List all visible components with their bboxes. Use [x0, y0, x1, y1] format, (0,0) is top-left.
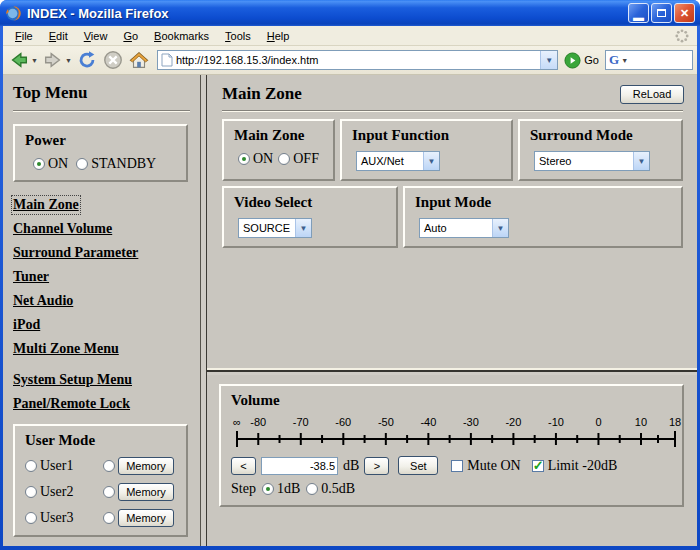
power-legend: Power [25, 132, 176, 149]
sidebar-link-ipod[interactable]: iPod [13, 317, 40, 333]
volume-scale-label: 18 [669, 416, 681, 428]
input-mode-select[interactable]: Auto ▼ [419, 218, 509, 238]
volume-up-button[interactable]: > [364, 457, 389, 475]
url-bar[interactable]: ▼ [157, 50, 558, 70]
home-button[interactable] [127, 47, 151, 73]
menu-view[interactable]: View [76, 28, 116, 44]
surround-mode-select[interactable]: Stereo ▼ [534, 151, 650, 171]
menu-help[interactable]: Help [259, 28, 298, 44]
power-standby-radio[interactable] [76, 158, 88, 170]
menu-go[interactable]: Go [115, 28, 146, 44]
sidebar-nav: Main Zone Channel Volume Surround Parame… [13, 197, 190, 412]
home-icon [128, 49, 150, 71]
frame-divider-horizontal[interactable] [207, 368, 697, 375]
volume-legend: Volume [231, 392, 672, 409]
forward-dropdown-caret[interactable]: ▼ [65, 57, 72, 64]
search-engine-caret[interactable]: ▼ [621, 57, 628, 64]
video-select-legend: Video Select [234, 194, 386, 211]
url-dropdown-button[interactable]: ▼ [540, 51, 557, 69]
search-input[interactable] [629, 54, 689, 66]
user2-label: User2 [40, 484, 73, 500]
user3-label: User3 [40, 510, 73, 526]
reload-button[interactable] [75, 47, 99, 73]
user3-memory-radio[interactable] [103, 512, 115, 524]
step-label: Step [231, 481, 256, 497]
volume-value-input[interactable] [261, 457, 338, 475]
user3-radio[interactable] [25, 512, 37, 524]
forward-button[interactable]: ▼ [41, 47, 73, 73]
power-standby-label: STANDBY [91, 156, 156, 172]
title-bar: INDEX - Mozilla Firefox ▬ ✕ [0, 0, 700, 26]
volume-frame: Volume ∞-80-70-60-50-40-30-20-1001018 < … [207, 375, 697, 546]
back-dropdown-caret[interactable]: ▼ [31, 57, 38, 64]
sidebar-link-multi-zone-menu[interactable]: Multi Zone Menu [13, 341, 119, 357]
surround-mode-value: Stereo [535, 155, 633, 167]
step-half-db-radio[interactable] [306, 483, 318, 495]
window-title: INDEX - Mozilla Firefox [27, 6, 628, 21]
sidebar-link-tuner[interactable]: Tuner [13, 269, 49, 285]
input-function-panel: Input Function AUX/Net ▼ [340, 119, 513, 181]
menu-bookmarks[interactable]: Bookmarks [146, 28, 217, 44]
menu-tools[interactable]: Tools [217, 28, 259, 44]
mute-checkbox[interactable] [451, 460, 463, 472]
volume-scale-label: ∞ [233, 416, 241, 428]
sidebar-link-main-zone[interactable]: Main Zone [13, 197, 79, 213]
volume-unit-label: dB [343, 458, 359, 474]
close-button[interactable]: ✕ [674, 3, 695, 23]
forward-icon [42, 49, 64, 71]
main-zone-on-radio[interactable] [238, 153, 250, 165]
video-select-value: SOURCE [239, 222, 295, 234]
power-on-radio[interactable] [33, 158, 45, 170]
surround-mode-panel: Surround Mode Stereo ▼ [518, 119, 683, 181]
minimize-button[interactable]: ▬ [628, 3, 649, 23]
maximize-button[interactable] [651, 3, 672, 23]
sidebar-link-panel-remote-lock[interactable]: Panel/Remote Lock [13, 396, 130, 412]
chevron-down-icon: ▼ [295, 219, 311, 237]
volume-scale-label: -20 [505, 416, 521, 428]
video-select-panel: Video Select SOURCE ▼ [222, 186, 398, 248]
user-mode-panel: User Mode User1 Memory User2 Memory [13, 424, 188, 537]
user1-memory-button[interactable]: Memory [118, 457, 174, 475]
main-zone-off-radio[interactable] [278, 153, 290, 165]
user2-memory-radio[interactable] [103, 486, 115, 498]
back-button[interactable]: ▼ [7, 47, 39, 73]
volume-down-button[interactable]: < [231, 457, 256, 475]
user2-memory-button[interactable]: Memory [118, 483, 174, 501]
menu-bar: File Edit View Go Bookmarks Tools Help [3, 26, 697, 46]
volume-scale-label: -50 [378, 416, 394, 428]
sidebar-link-system-setup-menu[interactable]: System Setup Menu [13, 372, 132, 388]
input-mode-legend: Input Mode [415, 194, 671, 211]
user3-memory-button[interactable]: Memory [118, 509, 174, 527]
user2-radio[interactable] [25, 486, 37, 498]
go-icon[interactable] [564, 52, 581, 69]
input-mode-value: Auto [420, 222, 492, 234]
volume-set-button[interactable]: Set [398, 456, 438, 475]
stop-button[interactable] [101, 47, 125, 73]
search-box[interactable]: G ▼ [605, 50, 693, 70]
browser-window: INDEX - Mozilla Firefox ▬ ✕ File Edit Vi… [0, 0, 700, 550]
video-select-select[interactable]: SOURCE ▼ [238, 218, 312, 238]
throbber-icon [675, 29, 689, 43]
menu-edit[interactable]: Edit [41, 28, 76, 44]
google-search-icon[interactable]: G [609, 52, 619, 68]
user1-memory-radio[interactable] [103, 460, 115, 472]
go-button[interactable]: Go [584, 54, 599, 66]
frame-divider-vertical[interactable] [200, 75, 207, 546]
power-on-label: ON [48, 156, 68, 172]
url-input[interactable] [176, 54, 540, 66]
reload-page-button[interactable]: ReLoad [620, 85, 684, 104]
step-1db-radio[interactable] [262, 483, 274, 495]
user1-radio[interactable] [25, 460, 37, 472]
sidebar-title: Top Menu [13, 83, 190, 103]
limit-checkbox[interactable] [532, 460, 544, 472]
chevron-down-icon: ▼ [633, 152, 649, 170]
sidebar-link-channel-volume[interactable]: Channel Volume [13, 221, 112, 237]
input-function-legend: Input Function [352, 127, 501, 144]
surround-mode-legend: Surround Mode [530, 127, 671, 144]
menu-file[interactable]: File [7, 28, 41, 44]
firefox-icon [5, 5, 22, 22]
input-function-select[interactable]: AUX/Net ▼ [356, 151, 440, 171]
sidebar-link-surround-parameter[interactable]: Surround Parameter [13, 245, 138, 261]
reload-icon [76, 49, 98, 71]
sidebar-link-net-audio[interactable]: Net Audio [13, 293, 73, 309]
